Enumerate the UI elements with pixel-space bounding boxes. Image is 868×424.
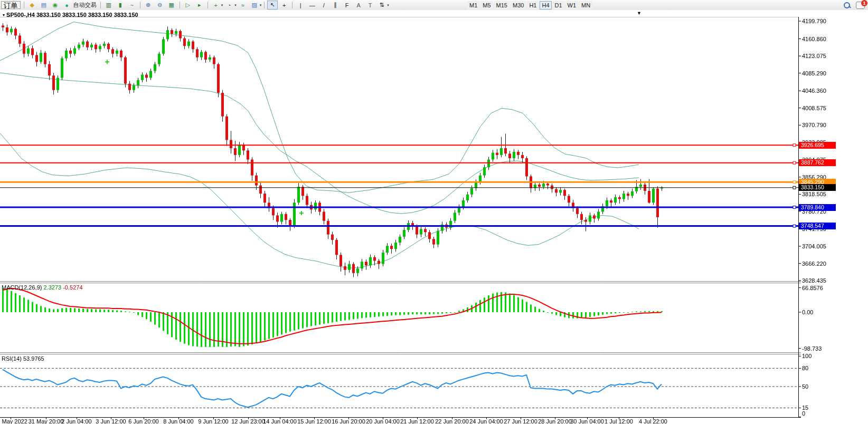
timeframe-toolbar: M1M5M15M30H1H4D1W1MN: [467, 1, 593, 9]
new-order-icon[interactable]: ◆: [27, 1, 37, 9]
autotrading-label[interactable]: 自动交易: [73, 1, 97, 9]
price-tick-label: 4160.860: [802, 36, 826, 42]
time-axis-label: 24 Jun 04:00: [469, 418, 503, 424]
timeframe-mn[interactable]: MN: [579, 1, 592, 9]
price-tick-label: 100: [802, 353, 812, 359]
vertical-line-icon[interactable]: |: [295, 1, 306, 9]
macd-name: MACD(12,26,9): [2, 284, 42, 291]
dropdown-caret-icon[interactable]: ▾: [234, 3, 237, 7]
cursor-icon[interactable]: ↖: [267, 1, 278, 9]
new-chart-icon[interactable]: +: [211, 1, 221, 9]
toolbar-separator: [100, 2, 101, 8]
time-axis-label: 12 Jun 23:00: [231, 418, 265, 424]
text-icon[interactable]: A: [353, 1, 364, 9]
time-axis-label: 2 Jun 04:00: [61, 418, 92, 424]
timeframe-w1[interactable]: W1: [565, 1, 579, 9]
search-icon[interactable]: [843, 2, 851, 9]
fibonacci-icon[interactable]: F: [342, 1, 352, 9]
price-tick-label: 4008.575: [802, 105, 826, 111]
autotrading-icon[interactable]: ●: [62, 1, 72, 9]
equidistant-channel-icon[interactable]: ∥: [330, 1, 341, 9]
time-axis-label: 8 Jun 04:00: [163, 418, 194, 424]
time-axis-label: 6 Jun 20:00: [128, 418, 159, 424]
macd-indicator-label: MACD(12,26,9) 2.3273 -0.5274: [2, 284, 83, 291]
indicators-icon[interactable]: ≈: [238, 1, 248, 9]
trading-platform-window: 订单 ◆▤◉● 自动交易 ▥▮~⊕⊖▦▷▸+▾◔▾≈▨▾↖+|—/∥FAT⇅▾ …: [0, 0, 868, 424]
time-axis-label: 30 Jun 04:00: [570, 418, 604, 424]
tile-windows-icon[interactable]: ▦: [166, 1, 177, 9]
chart-title: ▾ SP500-,H4 3833.150 3833.150 3833.150 3…: [3, 12, 138, 18]
toolbar-separator: [292, 2, 293, 8]
time-axis-label: 27 Jun 12:00: [504, 418, 537, 424]
main-toolbar: 订单 ◆▤◉● 自动交易 ▥▮~⊕⊖▦▷▸+▾◔▾≈▨▾↖+|—/∥FAT⇅▾ …: [0, 0, 868, 11]
rsi-indicator-label: RSI(14) 53.9765: [2, 355, 44, 362]
bar-chart-icon[interactable]: ▥: [103, 1, 114, 9]
auto-scroll-icon[interactable]: ▷: [183, 1, 193, 9]
trendline-icon[interactable]: /: [318, 1, 329, 9]
timeframe-m1[interactable]: M1: [467, 1, 479, 9]
toolbar-group-main: ◆▤◉●: [26, 1, 73, 9]
toolbar-separator: [207, 2, 208, 8]
time-axis-label: 30 May 2022: [0, 418, 27, 424]
crosshair-icon[interactable]: +: [279, 1, 289, 9]
zoom-out-icon[interactable]: ⊖: [155, 1, 165, 9]
price-tick-label: 3628.435: [802, 277, 826, 284]
dropdown-caret-icon[interactable]: ▾: [221, 3, 223, 7]
price-tick-label: -98.733: [802, 345, 822, 352]
timeframe-h4[interactable]: H4: [540, 1, 551, 9]
arrows-icon[interactable]: ⇅: [376, 1, 387, 9]
price-tick-label: 3970.790: [802, 122, 826, 128]
toolbar-separator: [140, 2, 140, 8]
timeframe-m30[interactable]: M30: [511, 1, 526, 9]
price-tick-label: 4123.075: [802, 53, 826, 59]
dropdown-caret-icon[interactable]: ▾: [387, 3, 389, 7]
price-tick-label: 4046.360: [802, 88, 826, 94]
chart-canvas[interactable]: [0, 10, 868, 424]
timeframe-m15[interactable]: M15: [494, 1, 510, 9]
rsi-name: RSI(14): [2, 355, 22, 362]
timeframe-h1[interactable]: H1: [527, 1, 539, 9]
price-tick-label: 3666.220: [802, 261, 826, 267]
time-axis-label: 20 Jun 04:00: [366, 418, 400, 424]
timeframe-d1[interactable]: D1: [553, 1, 564, 9]
toolbar-separator: [180, 2, 180, 8]
time-axis-label: 4 Jul 22:00: [639, 418, 667, 424]
chat-icon[interactable]: 1: [856, 2, 865, 9]
chart-title-arrow-icon[interactable]: ▾: [3, 13, 5, 17]
chart-ohlc-values: 3833.150 3833.150 3833.150 3833.150: [36, 12, 138, 18]
candlestick-chart-icon[interactable]: ▮: [115, 1, 126, 9]
time-axis-label: 22 Jun 20:00: [435, 418, 469, 424]
toolbar-separator: [264, 2, 265, 8]
line-chart-icon[interactable]: ~: [127, 1, 137, 9]
price-tick-label: 66.8576: [802, 285, 823, 291]
time-axis-label: 14 Jun 04:00: [263, 418, 297, 424]
text-label-icon[interactable]: T: [365, 1, 375, 9]
dropdown-caret-icon[interactable]: ▾: [260, 3, 262, 7]
chart-dropdown-icon[interactable]: ▼: [637, 11, 641, 16]
market-watch-icon[interactable]: ▤: [39, 1, 49, 9]
price-tick-label: 80: [802, 365, 808, 371]
templates-icon[interactable]: ▨: [249, 1, 260, 9]
time-axis-label: 3 Jun 12:00: [96, 418, 126, 424]
macd-signal-value: -0.5274: [63, 284, 82, 291]
price-tick-label: 4199.790: [802, 18, 826, 24]
toolbar-right-group: 1: [843, 1, 865, 9]
zoom-in-icon[interactable]: ⊕: [143, 1, 154, 9]
time-axis-label: 9 Jun 12:00: [198, 418, 229, 424]
time-axis-label: 31 May 20:00: [29, 418, 64, 424]
price-tick-label: 0: [802, 410, 805, 417]
toolbar-group-tools: ▥▮~⊕⊖▦▷▸+▾◔▾≈▨▾↖+|—/∥FAT⇅▾: [103, 1, 390, 9]
chart-symbol-period: SP500-,H4: [6, 12, 35, 18]
horizontal-line-icon[interactable]: —: [307, 1, 317, 9]
new-order-button[interactable]: 订单: [1, 1, 21, 9]
rsi-value: 53.9765: [23, 355, 44, 362]
signals-icon[interactable]: ◉: [50, 1, 61, 9]
price-level-badge: 3748.547: [799, 223, 836, 229]
toolbar-separator: [24, 2, 24, 8]
periods-icon[interactable]: ◔: [224, 1, 234, 9]
price-level-badge: 3887.762: [799, 159, 836, 166]
time-axis-label: 15 Jun 12:00: [297, 418, 331, 424]
timeframe-m5[interactable]: M5: [480, 1, 493, 9]
time-axis-label: 1 Jul 12:00: [605, 418, 633, 424]
chart-shift-icon[interactable]: ▸: [194, 1, 205, 9]
